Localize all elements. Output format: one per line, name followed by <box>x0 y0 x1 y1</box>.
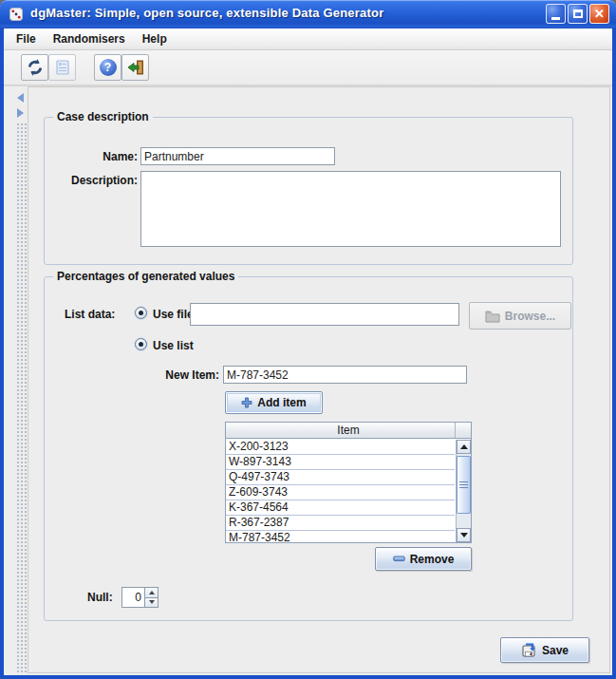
minimize-button[interactable] <box>546 4 566 24</box>
scroll-up-button[interactable] <box>457 440 471 454</box>
add-item-button-label: Add item <box>257 396 306 409</box>
case-description-group: Case description Name: Description: <box>44 117 573 265</box>
menubar: File Randomisers Help <box>4 28 612 50</box>
new-item-input[interactable] <box>223 366 467 384</box>
arrow-down-icon <box>460 533 468 538</box>
scrollbar-thumb[interactable] <box>457 456 471 514</box>
workspace: Case description Name: Description: Perc… <box>4 85 612 675</box>
exit-door-icon <box>126 58 145 77</box>
name-label: Name: <box>56 150 138 163</box>
description-textarea[interactable] <box>140 171 561 247</box>
spinner-down-button[interactable] <box>145 598 158 608</box>
new-item-label: New Item: <box>152 368 219 382</box>
table-row[interactable]: Z-609-3743 <box>226 485 455 500</box>
description-label: Description: <box>56 174 138 187</box>
remove-button[interactable]: Remove <box>375 547 472 571</box>
remove-button-label: Remove <box>410 553 455 566</box>
refresh-toolbar-button[interactable] <box>21 54 48 81</box>
table-row[interactable]: R-367-2387 <box>226 516 455 531</box>
help-icon: ? <box>100 59 117 76</box>
save-button[interactable]: Save <box>500 637 589 663</box>
percentages-group: Percentages of generated values List dat… <box>44 276 573 621</box>
save-button-label: Save <box>542 644 569 657</box>
app-window: dgMaster: Simple, open source, extensibl… <box>0 0 616 679</box>
split-divider[interactable] <box>15 88 27 673</box>
table-row[interactable]: X-200-3123 <box>226 440 455 455</box>
browse-button[interactable]: Browse... <box>469 302 571 330</box>
use-file-input[interactable] <box>190 303 459 326</box>
plus-icon <box>241 397 252 408</box>
help-toolbar-button[interactable]: ? <box>94 54 121 81</box>
items-scrollbar[interactable] <box>456 440 471 542</box>
table-row[interactable]: W-897-3143 <box>226 455 455 470</box>
null-spinner[interactable]: 0 <box>121 587 159 608</box>
minus-icon <box>393 556 405 562</box>
exit-toolbar-button[interactable] <box>121 54 149 81</box>
arrow-up-icon <box>460 444 468 449</box>
split-collapse-right-icon[interactable] <box>17 108 24 118</box>
folder-icon <box>485 310 500 323</box>
use-file-label: Use file <box>153 308 194 321</box>
menu-file[interactable]: File <box>8 28 45 49</box>
add-item-button[interactable]: Add item <box>225 391 323 414</box>
menu-randomisers[interactable]: Randomisers <box>45 28 134 49</box>
spinner-up-button[interactable] <box>145 588 158 598</box>
editor-panel: Case description Name: Description: Perc… <box>28 86 610 673</box>
spinner-up-icon <box>149 591 155 594</box>
window-title: dgMaster: Simple, open source, extensibl… <box>30 6 383 20</box>
list-data-label: List data: <box>65 308 115 321</box>
use-file-radio[interactable] <box>135 307 147 319</box>
menu-help[interactable]: Help <box>134 28 176 49</box>
close-button[interactable]: ✕ <box>589 4 609 24</box>
app-dice-icon <box>9 7 24 22</box>
null-label: Null: <box>87 591 113 604</box>
items-column-header: Item <box>337 424 359 437</box>
split-collapse-left-icon[interactable] <box>17 93 24 103</box>
randomiser-list-toolbar-button[interactable] <box>48 54 76 81</box>
items-table-header[interactable]: Item <box>226 423 471 439</box>
name-input[interactable] <box>140 147 335 165</box>
items-table-body: X-200-3123 W-897-3143 Q-497-3743 Z-609-3… <box>226 440 455 542</box>
minimize-icon <box>551 17 560 20</box>
table-row[interactable]: Q-497-3743 <box>226 470 455 485</box>
maximize-button[interactable] <box>568 4 588 24</box>
titlebar: dgMaster: Simple, open source, extensibl… <box>0 0 616 28</box>
spinner-down-icon <box>149 600 155 604</box>
null-spinner-value[interactable]: 0 <box>122 588 144 607</box>
refresh-icon <box>26 58 45 77</box>
case-description-title: Case description <box>53 110 153 123</box>
save-icon <box>521 642 537 658</box>
use-list-radio[interactable] <box>135 338 147 350</box>
maximize-icon <box>573 9 583 18</box>
toolbar: ? <box>4 50 612 85</box>
table-row[interactable]: K-367-4564 <box>226 500 455 516</box>
percentages-title: Percentages of generated values <box>53 270 238 283</box>
scroll-down-button[interactable] <box>457 528 471 542</box>
use-list-label: Use list <box>153 339 194 352</box>
items-table: Item X-200-3123 W-897-3143 Q-497-3743 Z-… <box>225 422 472 543</box>
table-row[interactable]: M-787-3452 <box>226 531 455 542</box>
close-icon: ✕ <box>594 8 605 20</box>
randomiser-list-icon <box>54 59 71 76</box>
browse-button-label: Browse... <box>505 310 555 323</box>
